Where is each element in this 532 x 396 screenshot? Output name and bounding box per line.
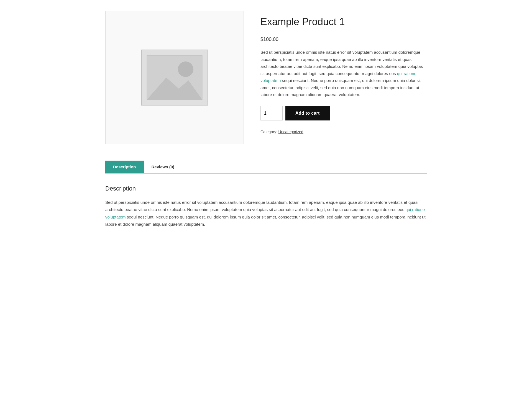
- tab-content-text: Sed ut perspiciatis unde omnis iste natu…: [105, 199, 427, 228]
- page-wrapper: Example Product 1 $100.00 Sed ut perspic…: [100, 0, 432, 249]
- tab-content-title: Description: [105, 184, 427, 193]
- add-to-cart-button[interactable]: Add to cart: [285, 106, 330, 120]
- tabs-section: Description Reviews (0) Description Sed …: [105, 161, 427, 238]
- product-price: $100.00: [260, 35, 427, 43]
- category-label: Category:: [260, 130, 277, 134]
- tabs-nav: Description Reviews (0): [105, 161, 427, 174]
- product-placeholder-image: [139, 47, 211, 108]
- product-image-wrapper: [105, 11, 244, 144]
- svg-point-2: [178, 61, 193, 77]
- category-link[interactable]: Uncategorized: [278, 130, 303, 134]
- product-details: Example Product 1 $100.00 Sed ut perspic…: [260, 11, 427, 144]
- tab-reviews[interactable]: Reviews (0): [144, 161, 182, 173]
- tab-description[interactable]: Description: [105, 161, 144, 173]
- product-category: Category: Uncategorized: [260, 129, 427, 135]
- add-to-cart-row: Add to cart: [260, 106, 427, 120]
- tab-content-description: Description Sed ut perspiciatis unde omn…: [105, 174, 427, 238]
- product-title: Example Product 1: [260, 14, 427, 30]
- product-description: Sed ut perspiciatis unde omnis iste natu…: [260, 49, 427, 98]
- quantity-input[interactable]: [260, 106, 283, 120]
- product-section: Example Product 1 $100.00 Sed ut perspic…: [105, 11, 427, 144]
